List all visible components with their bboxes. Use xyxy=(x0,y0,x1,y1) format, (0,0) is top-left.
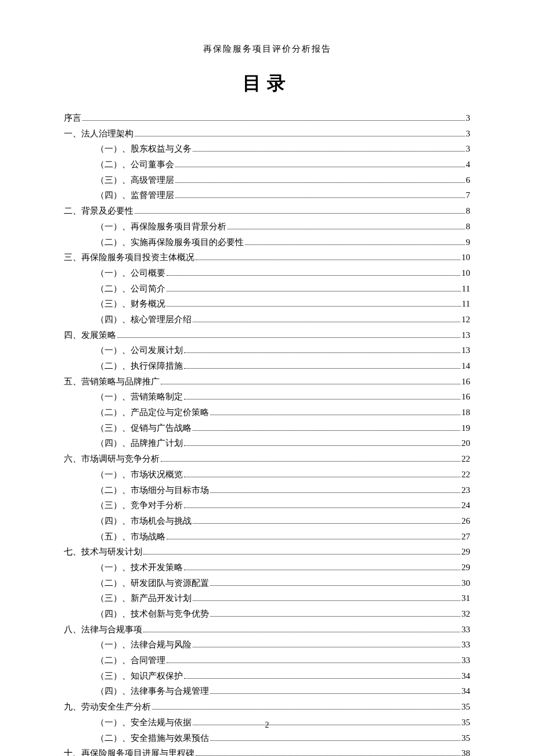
toc-dots xyxy=(245,244,465,245)
toc-entry-page: 8 xyxy=(466,203,471,219)
toc-entry-page: 20 xyxy=(461,435,470,451)
toc-entry: （四）、品牌推广计划20 xyxy=(64,435,470,451)
toc-dots xyxy=(135,136,465,136)
toc-entry-page: 38 xyxy=(461,746,470,756)
toc-dots xyxy=(167,663,460,663)
toc-entry-page: 34 xyxy=(461,668,470,684)
toc-entry-label: 五、营销策略与品牌推广 xyxy=(64,374,160,390)
toc-entry-page: 11 xyxy=(462,281,470,297)
toc-entry-label: （三）、财务概况 xyxy=(96,296,165,312)
toc-entry: （四）、监督管理层7 xyxy=(64,188,470,203)
toc-dots xyxy=(193,430,460,431)
toc-dots xyxy=(210,585,460,586)
toc-entry-page: 27 xyxy=(461,529,470,545)
toc-entry-label: （三）、竞争对手分析 xyxy=(96,498,183,513)
toc-dots xyxy=(143,632,460,632)
toc-dots xyxy=(175,182,465,183)
toc-entry: （四）、核心管理层介绍12 xyxy=(64,312,470,327)
toc-entry-label: （二）、安全措施与效果预估 xyxy=(96,730,209,746)
toc-entry-page: 34 xyxy=(461,683,470,699)
toc-entry-page: 29 xyxy=(461,560,470,575)
toc-entry: （一）、市场状况概览22 xyxy=(64,467,470,483)
toc-entry: 八、法律与合规事项33 xyxy=(64,622,470,638)
toc-entry-page: 35 xyxy=(461,730,470,746)
toc-dots xyxy=(184,399,460,399)
toc-entry: （二）、公司董事会4 xyxy=(64,157,470,172)
toc-entry: （四）、技术创新与竞争优势32 xyxy=(64,606,470,622)
toc-entry-label: （四）、技术创新与竞争优势 xyxy=(96,606,209,622)
toc-dots xyxy=(184,570,460,570)
toc-entry-label: 一、法人治理架构 xyxy=(64,126,134,142)
toc-entry-page: 23 xyxy=(461,483,470,498)
toc-entry-page: 7 xyxy=(466,188,471,203)
toc-entry: （二）、执行保障措施14 xyxy=(64,358,470,374)
toc-entry: （一）、再保险服务项目背景分析8 xyxy=(64,219,470,235)
toc-dots xyxy=(193,151,465,152)
toc-entry-label: （一）、再保险服务项目背景分析 xyxy=(96,219,226,235)
toc-entry-label: （一）、公司概要 xyxy=(96,265,165,281)
toc-entry: 七、技术与研发计划29 xyxy=(64,544,470,560)
toc-entry: 二、背景及必要性8 xyxy=(64,203,470,219)
toc-entry-page: 12 xyxy=(461,312,470,327)
toc-entry-label: （一）、股东权益与义务 xyxy=(96,141,192,157)
toc-entry-page: 4 xyxy=(466,157,471,172)
toc-dots xyxy=(210,415,460,415)
toc-entry-page: 31 xyxy=(461,591,470,606)
toc-entry: （一）、技术开发策略29 xyxy=(64,560,470,575)
toc-entry-page: 26 xyxy=(461,513,470,529)
toc-entry: （二）、合同管理33 xyxy=(64,653,470,668)
toc-entry-page: 10 xyxy=(461,250,470,265)
toc-dots xyxy=(210,492,460,493)
toc-entry: （二）、研发团队与资源配置30 xyxy=(64,575,470,591)
toc-dots xyxy=(184,352,460,353)
toc-entry-label: 八、法律与合规事项 xyxy=(64,622,142,638)
toc-entry-label: （三）、知识产权保护 xyxy=(96,668,183,684)
toc-entry-label: （二）、研发团队与资源配置 xyxy=(96,575,209,591)
toc-entry-label: （一）、市场状况概览 xyxy=(96,467,183,483)
toc-dots xyxy=(193,322,460,322)
toc-entry: （三）、知识产权保护34 xyxy=(64,668,470,684)
toc-entry: （二）、安全措施与效果预估35 xyxy=(64,730,470,746)
toc-dots xyxy=(167,275,460,276)
toc-entry-page: 6 xyxy=(466,172,471,188)
toc-entry-page: 30 xyxy=(461,575,470,591)
toc-dots xyxy=(193,647,460,647)
toc-entry-label: （二）、产品定位与定价策略 xyxy=(96,405,209,420)
toc-entry: （三）、高级管理层6 xyxy=(64,172,470,188)
toc-entry-page: 19 xyxy=(461,420,470,436)
toc-entry-page: 35 xyxy=(461,699,470,715)
toc-dots xyxy=(193,523,460,524)
toc-entry: （一）、股东权益与义务3 xyxy=(64,141,470,157)
toc-entry-page: 24 xyxy=(461,498,470,513)
toc-entry-label: （二）、公司董事会 xyxy=(96,157,174,172)
toc-entry-page: 11 xyxy=(462,296,470,312)
toc-entry-page: 13 xyxy=(461,327,470,343)
toc-entry: （二）、产品定位与定价策略18 xyxy=(64,405,470,420)
toc-entry-page: 10 xyxy=(461,265,470,281)
toc-dots xyxy=(82,120,465,121)
toc-entry-label: （二）、市场细分与目标市场 xyxy=(96,483,209,498)
toc-dots xyxy=(210,616,460,617)
toc-entry: （一）、营销策略制定16 xyxy=(64,389,470,405)
toc-entry: 四、发展策略13 xyxy=(64,327,470,343)
toc-entry-label: 七、技术与研发计划 xyxy=(64,544,142,560)
toc-dots xyxy=(184,445,460,446)
toc-entry: 六、市场调研与竞争分析22 xyxy=(64,451,470,467)
document-header: 再保险服务项目评价分析报告 xyxy=(64,44,470,55)
toc-dots xyxy=(184,477,460,477)
toc-entry-label: 三、再保险服务项目投资主体概况 xyxy=(64,250,194,265)
toc-entry-page: 22 xyxy=(461,467,470,483)
toc-entry: （三）、财务概况11 xyxy=(64,296,470,312)
toc-entry-label: （五）、市场战略 xyxy=(96,529,165,545)
toc-entry: （一）、公司概要10 xyxy=(64,265,470,281)
toc-dots xyxy=(175,197,465,198)
toc-entry: 一、法人治理架构3 xyxy=(64,126,470,142)
toc-entry-label: （二）、实施再保险服务项目的必要性 xyxy=(96,235,244,250)
toc-entry: （一）、法律合规与风险33 xyxy=(64,637,470,653)
toc-entry-label: （一）、公司发展计划 xyxy=(96,343,183,358)
toc-entry: （一）、公司发展计划13 xyxy=(64,343,470,358)
toc-entry-page: 3 xyxy=(466,126,471,142)
toc-entry-label: （四）、市场机会与挑战 xyxy=(96,513,192,529)
toc-entry-label: 序言 xyxy=(64,110,81,126)
toc-entry: （五）、市场战略27 xyxy=(64,529,470,545)
